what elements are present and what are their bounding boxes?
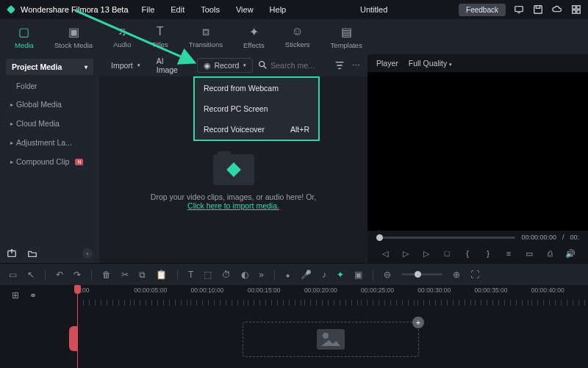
stop-button[interactable]: □ (442, 248, 452, 259)
collapse-sidebar-button[interactable]: ‹ (82, 248, 93, 259)
tab-templates[interactable]: ▤Templates (331, 25, 362, 49)
redo-button[interactable]: ↷ (74, 270, 81, 280)
main-row: Project Media▾ Folder ▸Global Media ▸Clo… (0, 54, 588, 263)
sidebar-cloud-media[interactable]: ▸Cloud Media (6, 114, 93, 133)
color-icon[interactable]: ◐ (241, 270, 248, 280)
templates-icon: ▤ (341, 25, 352, 39)
zoom-in-button[interactable]: ⊕ (453, 270, 460, 280)
tab-audio[interactable]: ♫Audio (113, 25, 131, 48)
sidebar-adjustment-layer[interactable]: ▸Adjustment La... (6, 133, 93, 152)
tab-stock-media[interactable]: ▣Stock Media (54, 25, 93, 49)
player-label: Player (376, 59, 398, 68)
more-icon[interactable]: ⋯ (350, 59, 362, 71)
play-button[interactable]: ▷ (401, 248, 411, 259)
record-screen-item[interactable]: Record PC Screen (195, 98, 318, 119)
mic-icon[interactable]: 🎤 (301, 270, 312, 280)
sidebar-compound-clip[interactable]: ▸Compound ClipN (6, 152, 93, 171)
sidebar: Project Media▾ Folder ▸Global Media ▸Clo… (0, 54, 99, 263)
snapshot-icon[interactable]: ⎙ (545, 248, 555, 259)
ruler-mark: 00:00:30:00 (417, 285, 474, 306)
record-voiceover-item[interactable]: Record VoiceoverAlt+R (195, 119, 318, 140)
marker-icon[interactable]: ⬥ (285, 270, 290, 280)
tab-effects[interactable]: ✦Effects (243, 25, 265, 49)
search-wrap (257, 59, 329, 71)
link-icon[interactable]: ⚭ (29, 290, 37, 300)
text-icon[interactable]: T (188, 270, 193, 280)
add-clip-button[interactable]: + (412, 317, 424, 328)
media-toolbar: Import▾ AI Image ◉Record▾ ⋯ (99, 54, 368, 76)
menu-tools[interactable]: Tools (198, 4, 223, 15)
folder-graphic (213, 154, 254, 185)
import-button[interactable]: Import▾ (105, 59, 146, 72)
pointer-icon[interactable]: ↖ (27, 270, 35, 280)
playhead[interactable] (77, 285, 78, 368)
grid-icon[interactable] (570, 4, 582, 15)
menu-edit[interactable]: Edit (168, 4, 187, 15)
volume-icon[interactable]: 🔊 (565, 248, 576, 259)
chevron-down-icon: ▾ (137, 62, 140, 68)
tab-stickers[interactable]: ☺Stickers (285, 25, 310, 48)
scrub-track[interactable] (376, 237, 515, 239)
delete-button[interactable]: 🗑 (102, 270, 111, 280)
export-icon[interactable] (6, 248, 18, 259)
zoom-out-button[interactable]: ⊖ (384, 270, 391, 280)
fit-icon[interactable]: ⛶ (470, 270, 479, 280)
filter-icon[interactable] (334, 59, 345, 71)
sidebar-folder[interactable]: Folder (6, 78, 93, 95)
undo-button[interactable]: ↶ (56, 270, 63, 280)
cursor-icon[interactable]: ▭ (9, 270, 17, 280)
svg-rect-1 (515, 7, 523, 12)
menu-help[interactable]: Help (267, 4, 290, 15)
feedback-button[interactable]: Feedback (459, 4, 506, 16)
stock-icon: ▣ (68, 25, 79, 39)
player-panel: Player Full Quality ▾ 00:00:00:00 / 00: … (368, 54, 588, 263)
ruler-mark: 00:00:05:00 (134, 285, 190, 306)
ai-image-button[interactable]: AI Image (151, 54, 193, 76)
more-tools-icon[interactable]: » (259, 270, 264, 280)
tab-media[interactable]: ▢Media (15, 25, 34, 49)
tab-transitions[interactable]: ⧈Transitions (189, 25, 223, 48)
mark-in-button[interactable]: { (462, 248, 473, 259)
audio-icon: ♫ (118, 25, 126, 38)
menu-file[interactable]: File (139, 4, 158, 15)
speed-icon[interactable]: ⏱ (222, 270, 231, 280)
media-icon: ▢ (18, 25, 29, 39)
paste-button[interactable]: 📋 (156, 270, 167, 280)
empty-clip-placeholder[interactable]: + (243, 322, 419, 357)
new-badge: N (75, 159, 83, 165)
zoom-thumb[interactable] (415, 271, 421, 278)
timeline-ruler[interactable]: 0:00 00:00:05:00 00:00:10:00 00:00:15:00… (77, 285, 588, 306)
cloud-icon[interactable] (551, 4, 563, 15)
sidebar-global-media[interactable]: ▸Global Media (6, 95, 93, 114)
record-button[interactable]: ◉Record▾ (197, 58, 253, 73)
tab-titles[interactable]: TTitles (151, 25, 168, 48)
cut-button[interactable]: ✂ (121, 270, 129, 280)
fullscreen-icon[interactable]: ▭ (524, 248, 534, 259)
mark-out-button[interactable]: } (483, 248, 493, 259)
crop-icon[interactable]: ⬚ (204, 270, 212, 280)
music-icon[interactable]: ♪ (322, 270, 326, 280)
scrub-thumb[interactable] (376, 234, 383, 241)
new-folder-icon[interactable] (26, 248, 38, 259)
record-webcam-item[interactable]: Record from Webcam (195, 78, 318, 98)
svg-rect-2 (534, 6, 542, 14)
monitor-icon[interactable] (513, 4, 525, 15)
separator (177, 270, 178, 280)
chevron-down-icon: ▾ (85, 64, 87, 71)
track-add-icon[interactable]: ⊞ (12, 290, 19, 300)
keyframe-icon[interactable]: ▣ (354, 270, 362, 280)
zoom-slider[interactable] (401, 273, 442, 275)
chevron-right-icon: ▸ (10, 159, 13, 165)
quality-selector[interactable]: Full Quality ▾ (409, 59, 452, 68)
ai-icon[interactable]: ✦ (337, 270, 344, 280)
prev-frame-button[interactable]: ◁ (380, 248, 390, 259)
next-frame-button[interactable]: ▷ (421, 248, 431, 259)
import-link[interactable]: Click here to import media. (187, 201, 279, 210)
sidebar-project-media[interactable]: Project Media▾ (6, 59, 93, 75)
svg-rect-0 (7, 5, 15, 14)
list-icon[interactable]: ≡ (503, 248, 514, 259)
save-icon[interactable] (532, 4, 544, 15)
menu-view[interactable]: View (233, 4, 257, 15)
copy-button[interactable]: ⧉ (139, 270, 146, 280)
search-input[interactable] (270, 61, 329, 70)
